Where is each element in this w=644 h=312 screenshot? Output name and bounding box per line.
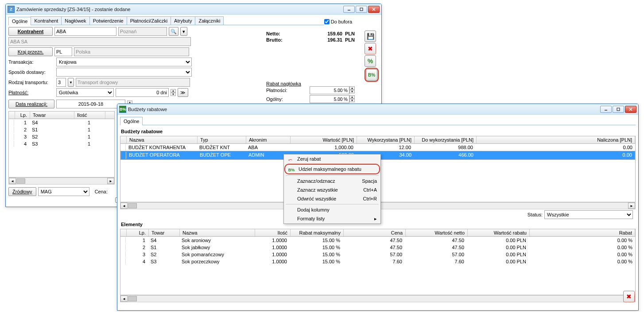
platnosc-select[interactable]: Gotówka [56, 88, 114, 97]
table-row[interactable]: 4S3Sok porzeczkowy1.000015.00 %7.607.600… [120, 258, 635, 265]
col-dowykorzystania[interactable]: Do wykorzystania [PLN] [415, 136, 477, 143]
col-towar[interactable]: Towar [30, 112, 74, 119]
col-nazwa[interactable]: Nazwa [127, 136, 198, 143]
titlebar[interactable]: B% Budżety rabatowe [117, 104, 638, 115]
titlebar[interactable]: Z Zamówienie sprzedaży [ZS-34/15] - zost… [6, 4, 381, 15]
budget-icon: B% [288, 166, 295, 173]
do-bufora-label: Do bufora [331, 19, 352, 24]
col-wartosc[interactable]: Wartość [PLN] [291, 136, 357, 143]
menu-odwroc-wszystkie[interactable]: Odwróć wszystkieCtrl+R [284, 194, 380, 203]
col-typ[interactable]: Typ [198, 136, 246, 143]
tab-naglowek[interactable]: Nagłówek [61, 16, 89, 25]
minimize-button[interactable] [343, 6, 355, 13]
menu-dodaj-kolumny[interactable]: Dodaj kolumny [284, 205, 380, 214]
col-ilosc[interactable]: Ilość [255, 229, 291, 236]
rabat-ogol-input[interactable] [310, 95, 349, 103]
mag-select[interactable]: MAG [38, 187, 89, 196]
col-lp[interactable]: Lp. [15, 112, 30, 119]
tab-kontrahent[interactable]: Kontrahent [31, 16, 62, 25]
menu-zaznacz-wszystkie[interactable]: Zaznacz wszystkieCtrl+A [284, 185, 380, 194]
search-icon[interactable]: 🔍 [169, 27, 178, 36]
col-towar[interactable]: Towar [149, 229, 180, 236]
percent-icon[interactable]: % [365, 55, 376, 67]
transakcja-select[interactable]: Krajowa [56, 58, 192, 66]
table-row[interactable]: 1S4Sok aroniowy1.000015.00 %47.5047.500.… [120, 237, 635, 244]
tabs: Ogólne Kontrahent Nagłówek Potwierdzenie… [8, 16, 324, 25]
rabat-plat-input[interactable] [310, 86, 349, 94]
status-select[interactable]: Wszystkie [544, 210, 633, 219]
data-realizacji-input[interactable] [56, 100, 125, 108]
table-row[interactable]: 2S1Sok jabłkowy1.000015.00 %47.5047.500.… [120, 244, 635, 251]
col-wykorzystana[interactable]: Wykorzystana [PLN] [357, 136, 415, 143]
scrollbar-h[interactable]: ◄► [120, 295, 636, 302]
app-icon: B% [119, 106, 126, 113]
col-naliczona[interactable]: Naliczona [PLN] [477, 136, 635, 143]
table-row[interactable]: 3S21 [9, 133, 114, 140]
tab-ogolne[interactable]: Ogólne [120, 117, 143, 125]
col-rabatmax[interactable]: Rabat maksymalny [291, 229, 344, 236]
menu-udziel-max-rabatu[interactable]: B% Udziel maksymalnego rabatu [285, 165, 379, 173]
elements-grid[interactable]: Lp. Towar Nazwa Ilość Rabat maksymalny C… [120, 229, 636, 295]
col-akronim[interactable]: Akronim [246, 136, 291, 143]
tab-potwierdzenie[interactable]: Potwierdzenie [89, 16, 127, 25]
col-ilosc[interactable]: Ilość [74, 112, 105, 119]
do-bufora-checkbox[interactable]: Do bufora [324, 19, 352, 24]
maximize-button[interactable] [613, 106, 624, 113]
menu-zeruj-rabat[interactable]: ⤺ Zeruj rabat [284, 154, 380, 163]
scrollbar-h[interactable]: ◄► [8, 177, 115, 185]
platnosc-dni[interactable] [116, 88, 169, 97]
minimize-button[interactable] [600, 106, 612, 113]
rabat-ogol-label: Ogólny: [266, 96, 283, 102]
table-row[interactable]: 1S41 [9, 119, 114, 126]
transport-label: Rodzaj transportu: [8, 80, 54, 85]
items-grid[interactable]: Lp. Towar Ilość 1S412S113S214S31 [8, 111, 115, 177]
window-title: Budżety rabatowe [128, 107, 599, 112]
kontrahent-input[interactable] [54, 27, 116, 36]
status-label: Status: [528, 212, 543, 217]
data-realizacji-button[interactable]: Data realizacji: [8, 100, 54, 108]
table-row[interactable]: 2S11 [9, 126, 114, 133]
col-wartoscnetto[interactable]: Wartość netto [406, 229, 468, 236]
menu-formaty-listy[interactable]: Formaty listy▸ [284, 214, 380, 223]
section-budgets-title: Budżety rabatowe [120, 127, 636, 136]
app-icon: Z [8, 6, 15, 13]
dropdown-icon[interactable]: ▾ [180, 27, 187, 36]
kontrahent-full [8, 37, 191, 46]
col-lp[interactable]: Lp. [127, 229, 149, 236]
kontrahent-button[interactable]: Kontrahent [8, 27, 53, 36]
dostawa-label: Sposób dostawy: [8, 69, 54, 75]
cancel-icon[interactable]: ✖ [365, 43, 376, 54]
arrow-right-icon[interactable]: ≫ [178, 88, 188, 97]
kraj-button[interactable]: Kraj przezn. [8, 47, 53, 56]
tab-atrybuty[interactable]: Atrybuty [171, 16, 195, 25]
save-icon[interactable]: 💾 [365, 31, 376, 42]
rabat-title: Rabat nagłówka [266, 81, 355, 86]
col-nazwa[interactable]: Nazwa [180, 229, 255, 236]
menu-zaznacz-odznacz[interactable]: Zaznacz/odznaczSpacja [284, 177, 380, 185]
transport-code[interactable] [56, 78, 66, 87]
side-buttons: 💾 ✖ % B% [365, 31, 379, 82]
col-rabat[interactable]: Rabat [530, 229, 635, 236]
maximize-button[interactable] [356, 6, 367, 13]
close-action-button[interactable]: ✖ [623, 291, 635, 302]
col-wartoscrabatu[interactable]: Wartość rabatu [468, 229, 530, 236]
platnosc-label: Płatność: [8, 90, 54, 95]
dostawa-select[interactable] [56, 68, 192, 77]
zrodlowy-button[interactable]: Źródłowy [8, 187, 36, 196]
close-button[interactable] [368, 6, 380, 13]
transport-dropdown[interactable]: ▼ [68, 78, 74, 87]
transakcja-label: Transakcja: [8, 59, 54, 65]
table-row[interactable]: BUDŻET KONTRAHENTABUDŻET KNTABA1,000.001… [120, 144, 635, 151]
col-cena[interactable]: Cena [344, 229, 406, 236]
cena-label: Cena: [95, 189, 108, 194]
chevron-right-icon: ▸ [374, 216, 377, 222]
tab-zalaczniki[interactable]: Załączniki [195, 16, 224, 25]
close-button[interactable] [625, 106, 636, 113]
tab-ogolne[interactable]: Ogólne [8, 17, 31, 25]
tab-platnosci[interactable]: Płatności/Zaliczki [127, 16, 171, 25]
table-row[interactable]: 3S2Sok pomarańczowy1.000015.00 %57.0057.… [120, 251, 635, 258]
table-row[interactable]: 4S31 [9, 140, 114, 147]
rabat-plat-label: Płatności: [266, 88, 287, 93]
budget-icon[interactable]: B% [366, 69, 377, 81]
kraj-code[interactable] [54, 47, 72, 56]
